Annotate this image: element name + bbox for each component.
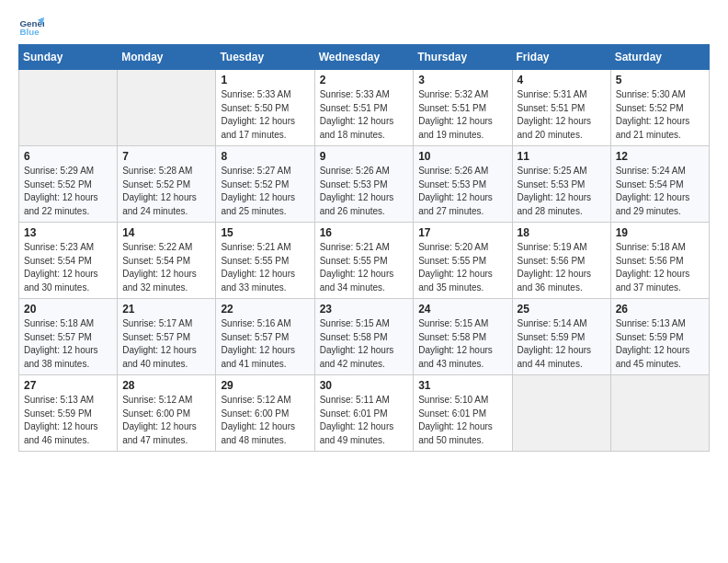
calendar-cell: 22Sunrise: 5:16 AM Sunset: 5:57 PM Dayli…: [216, 299, 314, 375]
day-info: Sunrise: 5:23 AM Sunset: 5:54 PM Dayligh…: [24, 241, 112, 294]
calendar-cell: 10Sunrise: 5:26 AM Sunset: 5:53 PM Dayli…: [414, 146, 512, 223]
day-info: Sunrise: 5:21 AM Sunset: 5:55 PM Dayligh…: [320, 241, 409, 294]
day-number: 7: [122, 150, 210, 163]
calendar-cell: 14Sunrise: 5:22 AM Sunset: 5:54 PM Dayli…: [118, 223, 216, 299]
day-info: Sunrise: 5:12 AM Sunset: 6:00 PM Dayligh…: [221, 394, 309, 447]
day-of-week-header: Tuesday: [216, 45, 314, 70]
day-of-week-header: Monday: [118, 45, 216, 70]
day-number: 10: [418, 150, 506, 163]
logo-icon: General Blue: [18, 15, 44, 40]
day-of-week-header: Thursday: [414, 45, 512, 70]
day-info: Sunrise: 5:29 AM Sunset: 5:52 PM Dayligh…: [24, 165, 112, 218]
day-number: 14: [122, 226, 210, 239]
calendar-cell: 15Sunrise: 5:21 AM Sunset: 5:55 PM Dayli…: [216, 223, 314, 299]
calendar-week-row: 6Sunrise: 5:29 AM Sunset: 5:52 PM Daylig…: [19, 146, 710, 223]
calendar-cell: [118, 70, 216, 146]
day-number: 6: [24, 150, 112, 163]
calendar-cell: 18Sunrise: 5:19 AM Sunset: 5:56 PM Dayli…: [512, 223, 610, 299]
calendar-cell: [610, 375, 709, 452]
calendar-cell: 12Sunrise: 5:24 AM Sunset: 5:54 PM Dayli…: [610, 146, 709, 223]
page-header: General Blue: [18, 15, 710, 40]
day-info: Sunrise: 5:21 AM Sunset: 5:55 PM Dayligh…: [221, 241, 309, 294]
calendar-week-row: 20Sunrise: 5:18 AM Sunset: 5:57 PM Dayli…: [19, 299, 710, 375]
calendar-cell: 27Sunrise: 5:13 AM Sunset: 5:59 PM Dayli…: [19, 375, 118, 452]
day-info: Sunrise: 5:15 AM Sunset: 5:58 PM Dayligh…: [418, 317, 506, 371]
calendar-cell: [512, 375, 610, 452]
day-info: Sunrise: 5:11 AM Sunset: 6:01 PM Dayligh…: [320, 394, 409, 447]
day-number: 25: [518, 303, 606, 316]
day-info: Sunrise: 5:17 AM Sunset: 5:57 PM Dayligh…: [122, 317, 210, 371]
day-number: 26: [616, 303, 704, 316]
calendar-header-row: SundayMondayTuesdayWednesdayThursdayFrid…: [19, 45, 710, 70]
day-number: 27: [24, 379, 112, 392]
calendar-cell: 30Sunrise: 5:11 AM Sunset: 6:01 PM Dayli…: [314, 375, 414, 452]
calendar-cell: 11Sunrise: 5:25 AM Sunset: 5:53 PM Dayli…: [512, 146, 610, 223]
calendar-cell: 21Sunrise: 5:17 AM Sunset: 5:57 PM Dayli…: [118, 299, 216, 375]
day-info: Sunrise: 5:13 AM Sunset: 5:59 PM Dayligh…: [616, 317, 704, 371]
day-number: 16: [320, 226, 409, 239]
day-info: Sunrise: 5:28 AM Sunset: 5:52 PM Dayligh…: [122, 165, 210, 218]
calendar-cell: 19Sunrise: 5:18 AM Sunset: 5:56 PM Dayli…: [610, 223, 709, 299]
calendar-cell: 28Sunrise: 5:12 AM Sunset: 6:00 PM Dayli…: [118, 375, 216, 452]
day-info: Sunrise: 5:32 AM Sunset: 5:51 PM Dayligh…: [418, 88, 506, 142]
calendar-cell: 16Sunrise: 5:21 AM Sunset: 5:55 PM Dayli…: [314, 223, 414, 299]
day-info: Sunrise: 5:26 AM Sunset: 5:53 PM Dayligh…: [418, 165, 506, 218]
calendar-week-row: 27Sunrise: 5:13 AM Sunset: 5:59 PM Dayli…: [19, 375, 710, 452]
day-info: Sunrise: 5:24 AM Sunset: 5:54 PM Dayligh…: [616, 165, 704, 218]
calendar-cell: 3Sunrise: 5:32 AM Sunset: 5:51 PM Daylig…: [414, 70, 512, 146]
day-info: Sunrise: 5:26 AM Sunset: 5:53 PM Dayligh…: [320, 165, 409, 218]
day-number: 30: [320, 379, 409, 392]
calendar-cell: 9Sunrise: 5:26 AM Sunset: 5:53 PM Daylig…: [314, 146, 414, 223]
calendar-cell: 6Sunrise: 5:29 AM Sunset: 5:52 PM Daylig…: [19, 146, 118, 223]
day-info: Sunrise: 5:12 AM Sunset: 6:00 PM Dayligh…: [122, 394, 210, 447]
day-number: 3: [418, 74, 506, 86]
day-number: 24: [418, 303, 506, 316]
day-number: 28: [122, 379, 210, 392]
day-info: Sunrise: 5:27 AM Sunset: 5:52 PM Dayligh…: [221, 165, 309, 218]
day-info: Sunrise: 5:19 AM Sunset: 5:56 PM Dayligh…: [518, 241, 606, 294]
calendar-cell: 7Sunrise: 5:28 AM Sunset: 5:52 PM Daylig…: [118, 146, 216, 223]
calendar-cell: 2Sunrise: 5:33 AM Sunset: 5:51 PM Daylig…: [314, 70, 414, 146]
day-of-week-header: Friday: [512, 45, 610, 70]
calendar-cell: 1Sunrise: 5:33 AM Sunset: 5:50 PM Daylig…: [216, 70, 314, 146]
day-of-week-header: Wednesday: [314, 45, 414, 70]
calendar-cell: 25Sunrise: 5:14 AM Sunset: 5:59 PM Dayli…: [512, 299, 610, 375]
calendar-cell: 4Sunrise: 5:31 AM Sunset: 5:51 PM Daylig…: [512, 70, 610, 146]
calendar-cell: 23Sunrise: 5:15 AM Sunset: 5:58 PM Dayli…: [314, 299, 414, 375]
calendar-table: SundayMondayTuesdayWednesdayThursdayFrid…: [18, 44, 710, 452]
day-number: 2: [320, 74, 409, 86]
calendar-week-row: 13Sunrise: 5:23 AM Sunset: 5:54 PM Dayli…: [19, 223, 710, 299]
day-of-week-header: Sunday: [19, 45, 118, 70]
day-number: 17: [418, 226, 506, 239]
calendar-cell: 31Sunrise: 5:10 AM Sunset: 6:01 PM Dayli…: [414, 375, 512, 452]
svg-text:Blue: Blue: [19, 27, 40, 37]
day-number: 1: [221, 74, 309, 86]
calendar-cell: 5Sunrise: 5:30 AM Sunset: 5:52 PM Daylig…: [610, 70, 709, 146]
day-info: Sunrise: 5:30 AM Sunset: 5:52 PM Dayligh…: [616, 88, 704, 142]
day-number: 29: [221, 379, 309, 392]
day-number: 15: [221, 226, 309, 239]
day-of-week-header: Saturday: [610, 45, 709, 70]
day-number: 12: [616, 150, 704, 163]
day-number: 9: [320, 150, 409, 163]
day-number: 19: [616, 226, 704, 239]
day-number: 23: [320, 303, 409, 316]
day-info: Sunrise: 5:20 AM Sunset: 5:55 PM Dayligh…: [418, 241, 506, 294]
calendar-week-row: 1Sunrise: 5:33 AM Sunset: 5:50 PM Daylig…: [19, 70, 710, 146]
day-info: Sunrise: 5:18 AM Sunset: 5:56 PM Dayligh…: [616, 241, 704, 294]
day-info: Sunrise: 5:15 AM Sunset: 5:58 PM Dayligh…: [320, 317, 409, 371]
day-number: 8: [221, 150, 309, 163]
day-number: 13: [24, 226, 112, 239]
day-number: 22: [221, 303, 309, 316]
calendar-cell: 26Sunrise: 5:13 AM Sunset: 5:59 PM Dayli…: [610, 299, 709, 375]
day-info: Sunrise: 5:10 AM Sunset: 6:01 PM Dayligh…: [418, 394, 506, 447]
calendar-cell: 8Sunrise: 5:27 AM Sunset: 5:52 PM Daylig…: [216, 146, 314, 223]
day-number: 5: [616, 74, 704, 86]
day-number: 18: [518, 226, 606, 239]
calendar-cell: [19, 70, 118, 146]
day-number: 21: [122, 303, 210, 316]
day-info: Sunrise: 5:33 AM Sunset: 5:51 PM Dayligh…: [320, 88, 409, 142]
day-number: 4: [518, 74, 606, 86]
day-info: Sunrise: 5:16 AM Sunset: 5:57 PM Dayligh…: [221, 317, 309, 371]
day-number: 11: [518, 150, 606, 163]
